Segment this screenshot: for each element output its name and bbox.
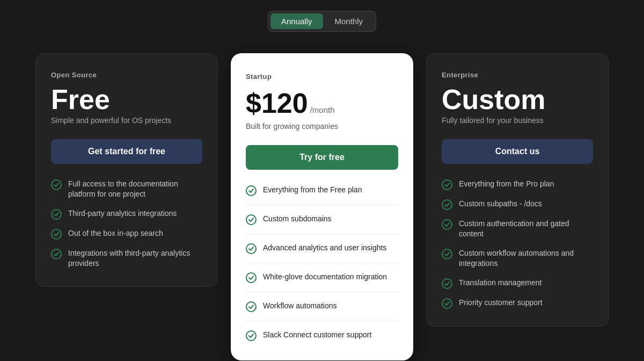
check-icon — [246, 272, 257, 283]
feature-item: Priority customer support — [442, 298, 593, 309]
svg-point-4 — [246, 186, 256, 196]
annually-toggle[interactable]: Annually — [270, 13, 323, 29]
feature-text: White-glove documentation migration — [263, 272, 387, 283]
svg-point-1 — [52, 210, 61, 219]
feature-item: Custom subdomains — [246, 214, 398, 234]
plan-description: Fully tailored for your business — [442, 115, 593, 126]
feature-list: Full access to the documentation platfor… — [51, 179, 202, 269]
check-icon — [51, 249, 62, 259]
feature-text: Full access to the documentation platfor… — [68, 179, 202, 200]
check-icon — [51, 179, 62, 190]
svg-point-3 — [52, 249, 61, 259]
check-icon — [442, 249, 452, 259]
svg-point-8 — [246, 302, 256, 312]
feature-item: Integrations with third-party analytics … — [51, 248, 202, 269]
feature-list: Everything from the Pro plan Custom subp… — [442, 179, 593, 309]
svg-point-11 — [442, 200, 452, 210]
feature-item: Workflow automations — [246, 301, 398, 321]
feature-item: Everything from the Pro plan — [442, 179, 593, 190]
check-icon — [442, 219, 452, 230]
svg-point-0 — [52, 180, 61, 190]
feature-text: Everything from the Free plan — [263, 185, 362, 196]
feature-item: Custom workflow automations and integrat… — [442, 248, 593, 269]
check-icon — [51, 209, 62, 220]
feature-item: Translation management — [442, 278, 593, 289]
feature-item: Slack Connect customer support — [246, 330, 398, 341]
svg-point-12 — [442, 220, 452, 229]
feature-text: Custom subdomains — [263, 214, 332, 225]
plan-description: Simple and powerful for OS projects — [51, 115, 202, 126]
billing-toggle: Annually Monthly — [268, 11, 376, 32]
feature-text: Slack Connect customer support — [263, 330, 371, 341]
plan-label: Startup — [246, 73, 398, 81]
plan-label: Open Source — [51, 71, 202, 79]
check-icon — [246, 243, 257, 254]
check-icon — [246, 301, 257, 312]
plan-name: Free — [51, 85, 202, 113]
plans-container: Open Source Free Simple and powerful for… — [27, 53, 617, 360]
check-icon — [246, 330, 257, 341]
svg-point-14 — [442, 279, 452, 288]
check-icon — [246, 214, 257, 225]
plan-label: Enterprise — [442, 71, 593, 79]
svg-point-13 — [442, 249, 452, 259]
feature-text: Integrations with third-party analytics … — [68, 248, 202, 269]
check-icon — [246, 185, 257, 196]
feature-text: Priority customer support — [459, 298, 543, 308]
svg-point-10 — [442, 180, 452, 190]
svg-point-2 — [52, 229, 61, 239]
check-icon — [442, 278, 452, 289]
plan-price-period: /month — [310, 105, 335, 114]
feature-text: Custom workflow automations and integrat… — [459, 248, 593, 269]
feature-list: Everything from the Free plan Custom sub… — [246, 185, 398, 341]
contact-us-button[interactable]: Contact us — [442, 139, 593, 164]
feature-item: Advanced analytics and user insights — [246, 243, 398, 263]
svg-point-9 — [246, 331, 256, 341]
get-started-button[interactable]: Get started for free — [51, 139, 202, 164]
feature-text: Third-party analytics integrations — [68, 208, 177, 219]
plan-price-value: $120 — [246, 87, 308, 119]
check-icon — [442, 179, 452, 190]
feature-item: Custom authentication and gated content — [442, 219, 593, 240]
plan-startup: Startup $120 /month Built for growing co… — [231, 53, 413, 360]
feature-text: Custom authentication and gated content — [459, 219, 593, 240]
try-free-button[interactable]: Try for free — [246, 145, 398, 170]
feature-text: Workflow automations — [263, 301, 336, 312]
feature-text: Advanced analytics and user insights — [263, 243, 386, 254]
feature-text: Custom subpaths - /docs — [459, 199, 542, 210]
feature-text: Out of the box in-app search — [68, 228, 163, 239]
feature-item: Custom subpaths - /docs — [442, 199, 593, 210]
svg-point-5 — [246, 215, 256, 225]
feature-item: White-glove documentation migration — [246, 272, 398, 292]
feature-item: Everything from the Free plan — [246, 185, 398, 205]
feature-item: Out of the box in-app search — [51, 228, 202, 240]
plan-open-source: Open Source Free Simple and powerful for… — [35, 53, 218, 287]
plan-price: $120 /month — [246, 87, 398, 119]
svg-point-15 — [442, 299, 452, 308]
monthly-toggle[interactable]: Monthly — [324, 13, 374, 29]
feature-item: Full access to the documentation platfor… — [51, 179, 202, 200]
feature-item: Third-party analytics integrations — [51, 208, 202, 220]
feature-text: Translation management — [459, 278, 541, 288]
svg-point-6 — [246, 244, 256, 254]
plan-name: Custom — [442, 85, 593, 113]
check-icon — [51, 229, 62, 240]
feature-text: Everything from the Pro plan — [459, 179, 554, 190]
check-icon — [442, 199, 452, 210]
plan-enterprise: Enterprise Custom Fully tailored for you… — [426, 53, 609, 327]
check-icon — [442, 298, 452, 309]
svg-point-7 — [246, 273, 256, 283]
plan-description: Built for growing companies — [246, 121, 398, 132]
